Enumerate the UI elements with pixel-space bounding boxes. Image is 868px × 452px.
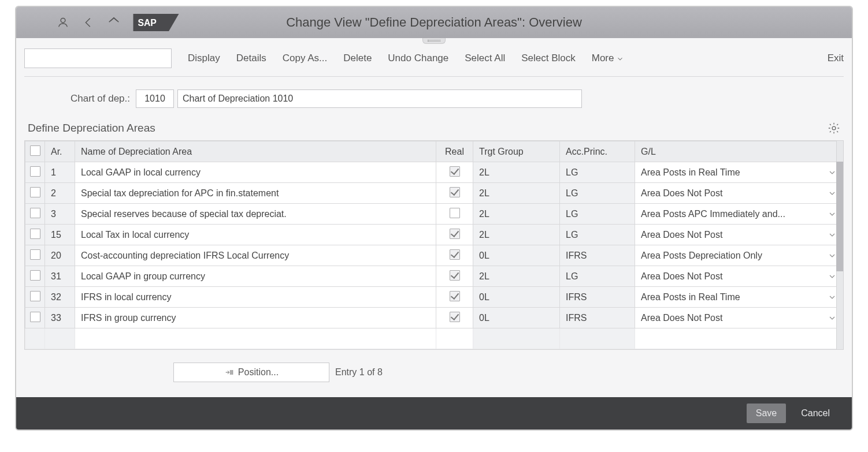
cell-acc[interactable]: IFRS [560, 308, 635, 328]
cell-gl[interactable]: Area Does Not Post [635, 225, 843, 245]
table-row[interactable]: 32IFRS in local currency0LIFRSArea Posts… [25, 287, 843, 308]
delete-button[interactable]: Delete [343, 53, 372, 64]
cell-ar[interactable]: 33 [45, 308, 75, 328]
col-gl[interactable]: G/L [635, 141, 843, 162]
chevron-down-icon[interactable] [828, 230, 837, 240]
cell-gl[interactable]: Area Does Not Post [635, 266, 843, 287]
row-select-checkbox[interactable] [25, 245, 45, 266]
col-ar[interactable]: Ar. [45, 141, 75, 162]
exit-button[interactable]: Exit [828, 53, 844, 64]
cancel-button[interactable]: Cancel [792, 404, 839, 423]
command-input[interactable] [24, 48, 172, 68]
save-button[interactable]: Save [747, 404, 786, 423]
home-icon[interactable] [107, 16, 120, 29]
cell-ar[interactable]: 20 [45, 245, 75, 266]
cell-name[interactable]: Local Tax in local currency [75, 225, 436, 245]
row-select-checkbox[interactable] [25, 162, 45, 183]
cell-real-checkbox[interactable] [436, 162, 473, 183]
chevron-down-icon[interactable] [828, 210, 837, 219]
row-select-checkbox[interactable] [25, 183, 45, 204]
details-button[interactable]: Details [236, 53, 266, 64]
col-acc[interactable]: Acc.Princ. [560, 141, 635, 162]
drag-handle[interactable] [422, 38, 446, 44]
gear-icon[interactable] [828, 122, 840, 135]
cell-ar[interactable]: 15 [45, 225, 75, 245]
user-icon[interactable] [57, 16, 69, 29]
scrollbar-thumb[interactable] [836, 162, 843, 271]
table-row[interactable]: 31Local GAAP in group currency2LLGArea D… [25, 266, 843, 287]
table-row[interactable]: 2Special tax depreciation for APC in fin… [25, 183, 843, 204]
cell-name[interactable]: IFRS in local currency [75, 287, 436, 308]
select-all-checkbox[interactable] [25, 141, 45, 162]
chevron-down-icon[interactable] [828, 189, 837, 198]
select-all-button[interactable]: Select All [465, 53, 505, 64]
chevron-down-icon[interactable] [828, 313, 837, 323]
table-row[interactable]: 1Local GAAP in local currency2LLGArea Po… [25, 162, 843, 183]
cell-trgt[interactable]: 2L [473, 204, 560, 225]
cell-ar[interactable]: 32 [45, 287, 75, 308]
cell-gl[interactable]: Area Posts Depreciation Only [635, 245, 843, 266]
cell-trgt[interactable]: 2L [473, 162, 560, 183]
cell-real-checkbox[interactable] [436, 225, 473, 245]
col-name[interactable]: Name of Depreciation Area [75, 141, 436, 162]
cell-trgt[interactable]: 0L [473, 308, 560, 328]
cell-acc[interactable]: LG [560, 225, 635, 245]
select-block-button[interactable]: Select Block [521, 53, 576, 64]
chart-of-dep-desc[interactable]: Chart of Depreciation 1010 [177, 89, 582, 108]
cell-real-checkbox[interactable] [436, 266, 473, 287]
cell-trgt[interactable]: 2L [473, 266, 560, 287]
cell-gl[interactable]: Area Posts in Real Time [635, 287, 843, 308]
cell-gl[interactable]: Area Posts APC Immediately and... [635, 204, 843, 225]
cell-name[interactable]: Special tax depreciation for APC in fin.… [75, 183, 436, 204]
cell-ar[interactable]: 1 [45, 162, 75, 183]
cell-name[interactable]: Cost-accounting depreciation IFRS Local … [75, 245, 436, 266]
chart-of-dep-code[interactable]: 1010 [136, 89, 174, 108]
copy-as-button[interactable]: Copy As... [283, 53, 327, 64]
cell-acc[interactable]: LG [560, 162, 635, 183]
cell-trgt[interactable]: 2L [473, 225, 560, 245]
more-button[interactable]: More [592, 53, 625, 64]
cell-gl[interactable]: Area Does Not Post [635, 308, 843, 328]
chevron-down-icon[interactable] [828, 168, 837, 177]
cell-real-checkbox[interactable] [436, 308, 473, 328]
row-select-checkbox[interactable] [25, 204, 45, 225]
cell-gl[interactable]: Area Posts in Real Time [635, 162, 843, 183]
table-row[interactable]: 20Cost-accounting depreciation IFRS Loca… [25, 245, 843, 266]
cell-acc[interactable]: LG [560, 266, 635, 287]
cell-real-checkbox[interactable] [436, 183, 473, 204]
cell-name[interactable]: IFRS in group currency [75, 308, 436, 328]
cell-gl[interactable]: Area Does Not Post [635, 183, 843, 204]
cell-acc[interactable]: IFRS [560, 287, 635, 308]
row-select-checkbox[interactable] [25, 266, 45, 287]
row-select-checkbox[interactable] [25, 308, 45, 328]
cell-ar[interactable]: 3 [45, 204, 75, 225]
chevron-down-icon[interactable] [828, 293, 837, 302]
cell-ar[interactable]: 2 [45, 183, 75, 204]
undo-change-button[interactable]: Undo Change [388, 53, 448, 64]
cell-name[interactable]: Local GAAP in local currency [75, 162, 436, 183]
display-button[interactable]: Display [188, 53, 220, 64]
cell-name[interactable]: Special reserves because of special tax … [75, 204, 436, 225]
cell-acc[interactable]: IFRS [560, 245, 635, 266]
position-button[interactable]: Position... [173, 363, 329, 382]
cell-real-checkbox[interactable] [436, 204, 473, 225]
col-real[interactable]: Real [436, 141, 473, 162]
cell-trgt[interactable]: 2L [473, 183, 560, 204]
row-select-checkbox[interactable] [25, 225, 45, 245]
cell-acc[interactable]: LG [560, 204, 635, 225]
row-select-checkbox[interactable] [25, 287, 45, 308]
chevron-down-icon[interactable] [828, 251, 837, 260]
cell-ar[interactable]: 31 [45, 266, 75, 287]
cell-name[interactable]: Local GAAP in group currency [75, 266, 436, 287]
table-row[interactable]: 3Special reserves because of special tax… [25, 204, 843, 225]
cell-real-checkbox[interactable] [436, 245, 473, 266]
col-trgt[interactable]: Trgt Group [473, 141, 560, 162]
chevron-down-icon[interactable] [828, 272, 837, 281]
vertical-scrollbar[interactable] [836, 141, 843, 349]
table-row[interactable]: 33IFRS in group currency0LIFRSArea Does … [25, 308, 843, 328]
table-row[interactable]: 15Local Tax in local currency2LLGArea Do… [25, 225, 843, 245]
back-icon[interactable] [82, 16, 95, 29]
cell-trgt[interactable]: 0L [473, 287, 560, 308]
cell-real-checkbox[interactable] [436, 287, 473, 308]
cell-trgt[interactable]: 0L [473, 245, 560, 266]
